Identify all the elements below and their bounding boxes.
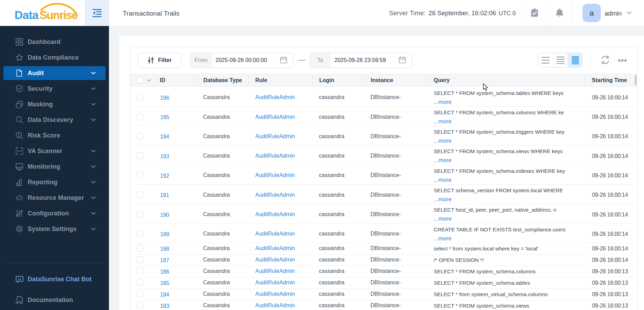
svg-text:DOC: DOC: [16, 300, 22, 304]
